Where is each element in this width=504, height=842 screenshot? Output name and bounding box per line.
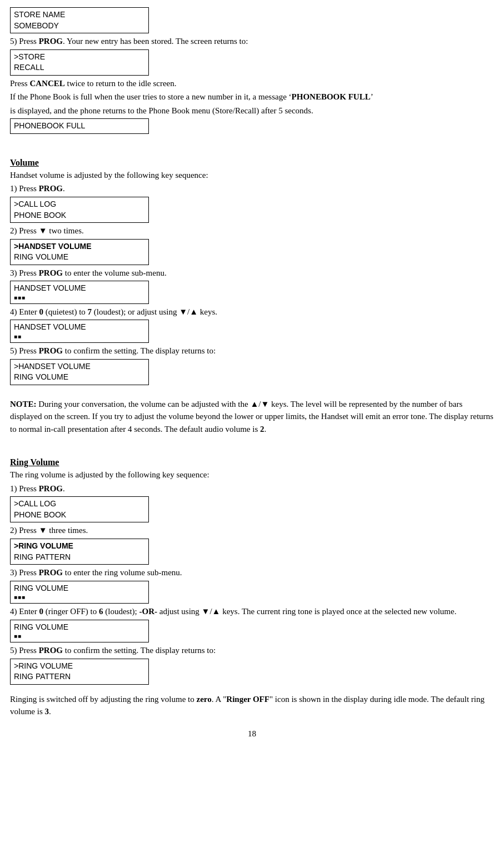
ring-screen3-line2: ■■■ [14,594,145,601]
volume-screen2: >HANDSET VOLUME RING VOLUME [10,239,149,265]
store-recall-line2: RECALL [14,62,145,73]
ring-step4-bold2: -OR- [139,607,157,616]
ring-step1-text: 1) Press [10,484,39,493]
volume-step3-rest: to enter the volume sub-menu. [63,268,167,277]
ring-step4-line: 4) Enter 0 (ringer OFF) to 6 (loudest); … [10,605,494,618]
volume-intro: Handset volume is adjusted by the follow… [10,169,494,182]
phonebook-full-line2: is displayed, and the phone returns to t… [10,104,494,117]
ring-step5-line: 5) Press PROG to confirm the setting. Th… [10,644,494,657]
note-line: NOTE: During your conversation, the volu… [10,398,494,436]
ring-volume-intro: The ring volume is adjusted by the follo… [10,469,494,481]
phonebook-full-apostrophe: ’ [371,92,373,101]
ring-note1-period: . [49,707,51,716]
cancel-label: CANCEL [29,79,64,88]
volume-step4-mid: (quietest) to [43,307,88,316]
step5-rest: . Your new entry has been stored. The sc… [63,37,248,46]
ring-note1-text: Ringing is switched off by adjusting the… [10,695,197,704]
ring-step4-rest: (loudest); [103,607,139,616]
volume-screen5-line2: RING VOLUME [14,372,145,383]
note-text: During your conversation, the volume can… [10,400,493,434]
ring-screen4-line2: ■■ [14,632,145,640]
volume-step5-prog: PROG [39,346,63,355]
volume-step2-line: 2) Press ▼ two times. [10,225,494,237]
step5-text: 5) Press [10,37,39,46]
volume-heading: Volume [10,158,494,168]
ring-step4-mid: (ringer OFF) to [43,607,99,616]
volume-screen2-line2: RING VOLUME [14,252,145,263]
page-number: 18 [10,729,494,739]
volume-step5-line: 5) Press PROG to confirm the setting. Th… [10,345,494,357]
ring-screen4-line1: RING VOLUME [14,622,145,633]
ring-screen3: RING VOLUME ■■■ [10,581,149,604]
volume-step1-text: 1) Press [10,184,39,193]
store-recall-line1: >STORE [14,52,145,63]
volume-screen1-line1: >CALL LOG [14,199,145,210]
ring-screen1-line1: >CALL LOG [14,499,145,510]
ring-step5-prog: PROG [39,646,63,655]
ring-step3-rest: to enter the ring volume sub-menu. [63,568,182,577]
note-bold-val: 2 [260,425,265,434]
phonebook-full-screen: PHONEBOOK FULL [10,118,149,134]
volume-step4-line: 4) Enter 0 (quietest) to 7 (loudest); or… [10,306,494,318]
volume-step1-line: 1) Press PROG. [10,182,494,195]
volume-screen3-line1: HANDSET VOLUME [14,283,145,294]
ring-volume-heading: Ring Volume [10,457,494,467]
ring-step1-line: 1) Press PROG. [10,482,494,495]
ring-screen5-line2: RING PATTERN [14,671,145,682]
ring-screen1: >CALL LOG PHONE BOOK [10,496,149,522]
volume-step4-bold1: 7 [88,307,92,316]
ring-step4-bold0: 0 [39,607,43,616]
ring-screen4: RING VOLUME ■■ [10,620,149,643]
volume-screen1: >CALL LOG PHONE BOOK [10,197,149,223]
ring-step5-pre: 5) Press [10,646,39,655]
ring-step4-text: 4) Enter [10,607,39,616]
ring-step2-line: 2) Press ▼ three times. [10,524,494,537]
ring-step3-prog: PROG [39,568,63,577]
ring-screen1-line2: PHONE BOOK [14,510,145,521]
volume-screen4: HANDSET VOLUME ■■ [10,320,149,343]
press-cancel-rest: twice to return to the idle screen. [65,79,177,88]
volume-step1-rest: . [63,184,65,193]
note-label: NOTE: [10,400,37,408]
ring-screen2: >RING VOLUME RING PATTERN [10,539,149,565]
volume-step5-rest: to confirm the setting. The display retu… [63,346,216,355]
ring-screen5-line1: >RING VOLUME [14,661,145,672]
phonebook-full-screen-line1: PHONEBOOK FULL [14,121,145,132]
volume-screen1-line2: PHONE BOOK [14,210,145,221]
volume-screen4-line2: ■■ [14,333,145,341]
press-cancel-line: Press CANCEL twice to return to the idle… [10,77,494,90]
ring-step4-rest2: adjust using ▼/▲ keys. The current ring … [157,607,456,616]
ring-note1-rest: . A " [212,695,227,704]
volume-screen4-line1: HANDSET VOLUME [14,322,145,333]
ring-note1-bold3: 3 [45,707,49,716]
volume-step3-line: 3) Press PROG to enter the volume sub-me… [10,267,494,280]
ring-note1-bold: zero [197,695,212,704]
store-recall-screen: >STORE RECALL [10,49,149,76]
ring-screen5: >RING VOLUME RING PATTERN [10,659,149,685]
ring-step3-pre: 3) Press [10,568,39,577]
ring-screen3-line1: RING VOLUME [14,583,145,594]
phonebook-full-intro: If the Phone Book is full when the user … [10,92,292,101]
ring-step5-rest: to confirm the setting. The display retu… [63,646,216,655]
phonebook-full-text: If the Phone Book is full when the user … [10,91,494,103]
volume-screen5-line1: >HANDSET VOLUME [14,361,145,372]
screen-line-2: SOMEBODY [14,21,145,32]
screen-line-1: STORE NAME [14,9,145,21]
volume-step4-bold0: 0 [39,307,43,316]
phonebook-full-bold: PHONEBOOK FULL [292,92,371,101]
volume-screen3: HANDSET VOLUME ■■■ [10,281,149,304]
step5-line: 5) Press PROG. Your new entry has been s… [10,35,494,48]
ring-note-line: Ringing is switched off by adjusting the… [10,693,494,718]
ring-screen2-line2: RING PATTERN [14,552,145,563]
ring-note1-bold2: Ringer OFF [226,695,270,704]
ring-step3-line: 3) Press PROG to enter the ring volume s… [10,566,494,579]
note-period: . [265,425,267,434]
ring-step1-prog: PROG [39,484,63,493]
volume-step3-pre: 3) Press [10,268,39,277]
volume-step5-pre: 5) Press [10,346,39,355]
ring-step1-rest: . [63,484,65,493]
volume-screen2-line1: >HANDSET VOLUME [14,241,145,252]
volume-screen5: >HANDSET VOLUME RING VOLUME [10,359,149,385]
ring-screen2-line1: >RING VOLUME [14,541,145,552]
volume-step3-bold: PROG [39,268,63,277]
